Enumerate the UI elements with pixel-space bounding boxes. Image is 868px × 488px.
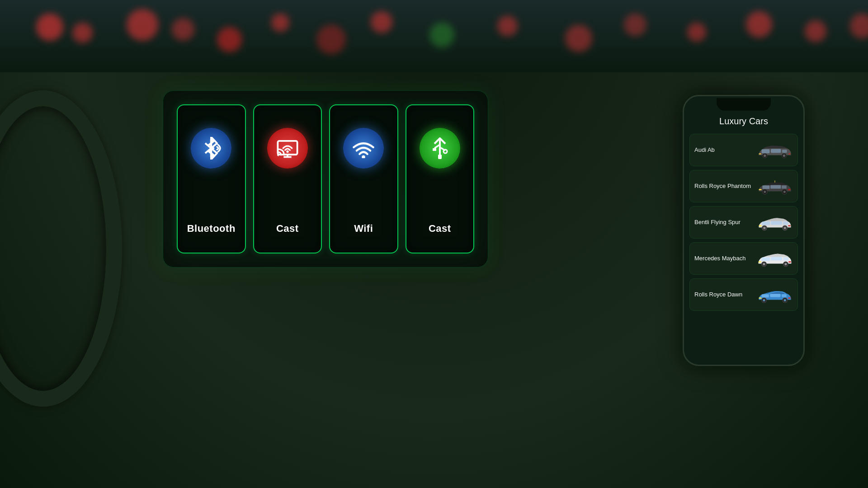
bokeh-circle — [36, 14, 63, 41]
phone-notch — [717, 98, 771, 111]
svg-rect-8 — [433, 148, 436, 151]
car-name-maybach: Mercedes Maybach — [694, 255, 757, 263]
bokeh-circle — [271, 14, 289, 32]
svg-rect-55 — [770, 294, 780, 297]
bokeh-circle — [72, 23, 93, 43]
cast-green-label: Cast — [429, 223, 451, 235]
svg-rect-56 — [782, 294, 787, 297]
svg-point-41 — [763, 263, 765, 265]
cast-red-icon-wrapper — [267, 128, 308, 169]
car-item-audi[interactable]: Audi Ab — [689, 134, 798, 166]
svg-point-49 — [777, 253, 778, 255]
bokeh-circle — [687, 23, 706, 42]
bokeh-circle — [172, 18, 194, 41]
bokeh-circle — [429, 23, 454, 47]
wifi-icon — [351, 138, 376, 158]
svg-rect-19 — [759, 153, 761, 155]
car-item-rr-phantom[interactable]: Rolls Royce Phantom — [689, 170, 798, 202]
wifi-label: Wifi — [354, 223, 373, 235]
usb-icon-wrapper — [420, 128, 460, 169]
svg-rect-48 — [788, 261, 791, 263]
bokeh-circle — [497, 16, 518, 36]
wifi-tile[interactable]: Wifi — [329, 104, 398, 253]
bokeh-circle — [565, 25, 592, 52]
car-image-rr-phantom — [757, 175, 793, 197]
bluetooth-icon — [200, 137, 222, 160]
control-panel: Bluetooth — [163, 90, 488, 267]
car-image-bentley — [757, 211, 793, 234]
car-image-rr-dawn — [757, 283, 793, 306]
svg-rect-46 — [783, 257, 789, 260]
svg-point-15 — [783, 154, 785, 156]
car-item-bentley[interactable]: Bentli Flying Spur — [689, 206, 798, 239]
bokeh-circle — [371, 11, 392, 33]
usb-icon — [430, 135, 450, 162]
cast-icon — [275, 138, 300, 158]
bokeh-circle — [217, 27, 242, 52]
svg-rect-58 — [788, 297, 790, 299]
car-item-rr-dawn[interactable]: Rolls Royce Dawn — [689, 278, 798, 311]
svg-rect-17 — [771, 149, 781, 153]
svg-point-43 — [784, 263, 787, 265]
car-name-rr-phantom: Rolls Royce Phantom — [694, 183, 757, 190]
svg-rect-35 — [762, 221, 770, 225]
bokeh-lights — [0, 0, 868, 72]
svg-rect-20 — [788, 153, 790, 155]
wifi-icon-wrapper — [343, 128, 384, 169]
car-name-rr-dawn: Rolls Royce Dawn — [694, 291, 757, 299]
car-image-audi — [757, 139, 793, 161]
bokeh-circle — [316, 25, 346, 54]
phone-title: Luxury Cars — [684, 111, 803, 131]
bluetooth-label: Bluetooth — [187, 223, 236, 235]
svg-rect-25 — [762, 185, 769, 189]
bokeh-circle — [805, 20, 826, 42]
bokeh-circle — [850, 14, 868, 38]
svg-rect-36 — [771, 221, 782, 225]
bokeh-circle — [127, 9, 158, 41]
svg-point-13 — [764, 154, 766, 156]
car-image-maybach — [757, 247, 793, 270]
bokeh-circle — [746, 11, 772, 38]
cast-red-label: Cast — [276, 223, 299, 235]
svg-rect-11 — [438, 155, 442, 159]
audi-car-svg — [757, 140, 793, 160]
svg-rect-38 — [759, 225, 761, 226]
bentley-car-svg — [757, 212, 793, 233]
svg-point-34 — [784, 226, 786, 229]
svg-rect-44 — [762, 257, 770, 261]
svg-point-10 — [443, 150, 447, 153]
dawn-car-svg — [757, 285, 793, 305]
svg-rect-27 — [782, 185, 787, 188]
svg-rect-37 — [783, 221, 788, 225]
cast-red-tile[interactable]: Cast — [253, 104, 322, 253]
svg-rect-57 — [759, 297, 761, 299]
svg-rect-39 — [788, 225, 790, 226]
svg-point-51 — [763, 299, 765, 301]
maybach-car-svg — [757, 249, 793, 269]
svg-rect-45 — [771, 257, 782, 260]
car-name-audi: Audi Ab — [694, 146, 757, 154]
svg-point-22 — [764, 190, 766, 192]
svg-point-53 — [784, 299, 786, 301]
car-list: Audi Ab Rolls — [684, 131, 803, 365]
svg-point-24 — [783, 190, 786, 192]
svg-point-5 — [362, 155, 365, 158]
phantom-car-svg — [757, 176, 793, 197]
car-item-maybach[interactable]: Mercedes Maybach — [689, 242, 798, 275]
cast-green-tile[interactable]: Cast — [406, 104, 475, 253]
phone-mockup: Luxury Cars Audi Ab — [683, 95, 805, 366]
svg-rect-29 — [788, 189, 790, 190]
svg-rect-54 — [762, 294, 769, 297]
svg-rect-18 — [782, 150, 787, 153]
svg-point-32 — [763, 226, 765, 229]
svg-rect-28 — [759, 189, 761, 190]
svg-rect-47 — [759, 261, 761, 263]
bluetooth-icon-wrapper — [191, 128, 231, 169]
car-name-bentley: Bentli Flying Spur — [694, 219, 757, 226]
svg-point-1 — [286, 150, 288, 153]
svg-rect-26 — [770, 185, 781, 188]
tiles-container: Bluetooth — [177, 104, 474, 253]
svg-rect-16 — [762, 149, 770, 153]
bluetooth-tile[interactable]: Bluetooth — [177, 104, 246, 253]
bokeh-circle — [624, 14, 646, 36]
